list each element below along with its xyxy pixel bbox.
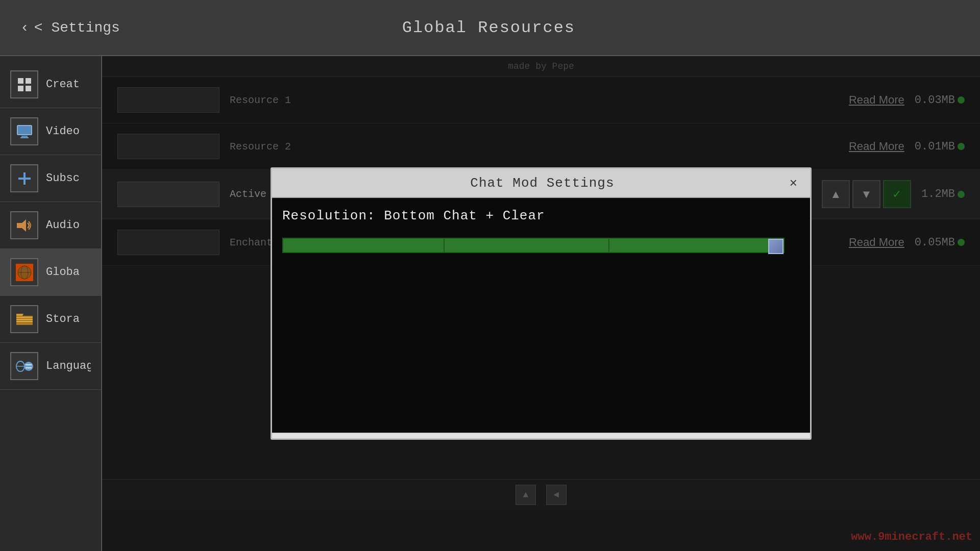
sidebar-item-subscriptions-label: Subsc: [46, 172, 80, 185]
svg-rect-16: [16, 321, 33, 322]
back-icon: ‹: [20, 20, 29, 36]
plus-icon: [10, 164, 38, 192]
slider-container[interactable]: [282, 234, 800, 257]
sidebar-item-subscriptions[interactable]: Subsc: [0, 155, 101, 202]
back-label: < Settings: [34, 20, 120, 36]
modal-header: Chat Mod Settings ×: [272, 169, 810, 198]
svg-rect-1: [26, 78, 31, 84]
language-icon: [10, 352, 38, 380]
modal-overlay: Chat Mod Settings × Resolution: Bottom C…: [102, 56, 980, 551]
grid-icon: [10, 70, 38, 98]
monitor-icon: [10, 117, 38, 145]
sidebar-item-creations-label: Creat: [46, 78, 80, 91]
svg-rect-4: [17, 126, 32, 135]
sidebar-item-language[interactable]: Language: [0, 343, 101, 390]
sidebar-item-global-label: Globa: [46, 266, 80, 279]
back-button[interactable]: ‹ < Settings: [20, 20, 120, 36]
sidebar-item-storage-label: Stora: [46, 313, 80, 325]
top-bar: ‹ < Settings Global Resources: [0, 0, 980, 56]
svg-rect-3: [26, 86, 31, 91]
sidebar-item-creations[interactable]: Creat: [0, 61, 101, 108]
sidebar-item-storage[interactable]: Stora: [0, 296, 101, 343]
modal-body: Resolution: Bottom Chat + Clear: [272, 198, 810, 433]
svg-rect-14: [16, 317, 33, 318]
slider-thumb[interactable]: [768, 239, 783, 254]
folder-icon: [10, 305, 38, 333]
sidebar-item-audio[interactable]: Audio: [0, 202, 101, 249]
sidebar-item-video-label: Video: [46, 125, 80, 138]
slider-tick-2: [608, 239, 609, 252]
resolution-label: Resolution: Bottom Chat + Clear: [282, 208, 800, 223]
modal-close-button[interactable]: ×: [787, 175, 800, 191]
svg-rect-0: [18, 78, 23, 84]
svg-rect-8: [18, 178, 31, 180]
modal-title: Chat Mod Settings: [298, 176, 787, 191]
svg-rect-2: [18, 86, 23, 91]
svg-point-19: [24, 362, 33, 371]
sidebar-item-video[interactable]: Video: [0, 108, 101, 155]
sidebar-item-audio-label: Audio: [46, 219, 80, 232]
modal-dialog: Chat Mod Settings × Resolution: Bottom C…: [271, 167, 812, 440]
sidebar: Creat Video Subsc: [0, 56, 102, 551]
page-title: Global Resources: [402, 18, 575, 37]
globe-icon: [10, 258, 38, 286]
sidebar-item-global[interactable]: Globa: [0, 249, 101, 296]
slider-tick-1: [444, 239, 445, 252]
sidebar-item-language-label: Language: [46, 360, 91, 372]
svg-rect-6: [20, 137, 29, 138]
speaker-icon: [10, 211, 38, 239]
svg-marker-9: [17, 219, 26, 232]
modal-footer: [272, 433, 810, 438]
svg-rect-15: [16, 319, 33, 320]
slider-track[interactable]: [282, 238, 785, 253]
content-area: made by Pepe Resource 1 Read More 0.03MB: [102, 56, 980, 551]
main-layout: Creat Video Subsc: [0, 56, 980, 551]
